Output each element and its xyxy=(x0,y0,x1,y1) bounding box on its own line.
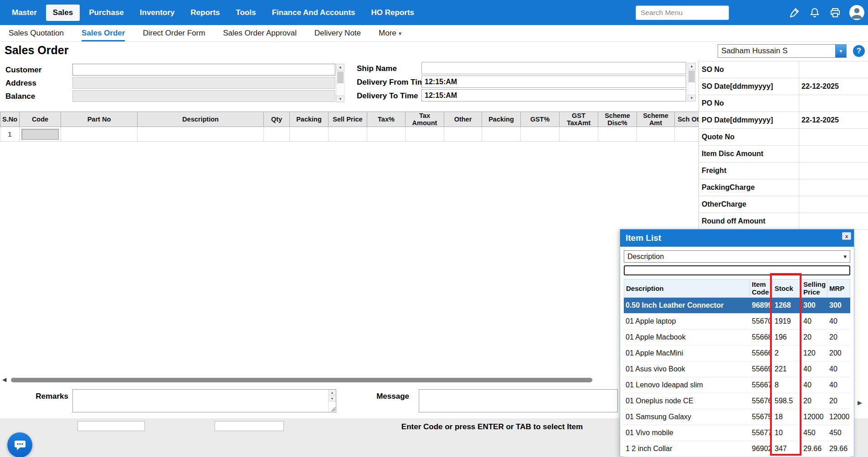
remarks-text[interactable] xyxy=(73,390,328,412)
nav-item-inventory[interactable]: Inventory xyxy=(133,5,182,21)
message-label: Message xyxy=(369,392,409,400)
field-value[interactable] xyxy=(799,61,868,78)
item-cell: 40 xyxy=(801,377,827,393)
field-value[interactable] xyxy=(799,146,868,162)
remarks-textarea[interactable]: ▲ ▼ xyxy=(72,389,336,412)
printer-icon[interactable] xyxy=(829,6,842,19)
nav-item-purchase[interactable]: Purchase xyxy=(82,5,131,21)
item-row-01-oneplus-node-ce[interactable]: 01 Oneplus node CE55676598.52020 xyxy=(624,393,850,409)
field-value[interactable]: 22-12-2025 xyxy=(799,112,868,128)
item-cell: 12000 xyxy=(801,409,827,425)
item-row-01-lenovo-ideapad-slim[interactable]: 01 Lenovo Ideapad slim5566784040 xyxy=(624,377,850,393)
balance-input[interactable] xyxy=(72,90,335,102)
grid-cell xyxy=(406,127,444,142)
nav-item-tools[interactable]: Tools xyxy=(229,5,263,21)
item-cell: 01 Samsung Galaxy xyxy=(624,409,750,425)
tab-sales-order[interactable]: Sales Order xyxy=(82,25,125,41)
item-cell: 40 xyxy=(827,361,850,377)
field-value[interactable] xyxy=(799,196,868,213)
tab-direct-order-form[interactable]: Direct Order Form xyxy=(143,25,205,41)
field-label: SO Date[ddmmyyyy] xyxy=(699,78,799,95)
combo-dropdown-button[interactable]: ▼ xyxy=(835,45,846,57)
item-cell: 18 xyxy=(773,409,801,425)
nav-item-finance-and-accounts[interactable]: Finance And Accounts xyxy=(265,5,362,21)
nav-item-master[interactable]: Master xyxy=(5,5,44,21)
ship-name-input[interactable] xyxy=(421,62,686,74)
notifications-bell-icon[interactable] xyxy=(808,6,821,19)
search-by-select[interactable]: Description ▾ xyxy=(624,250,850,263)
item-row-01-apple-macbook[interactable]: 01 Apple Macbook556681962020 xyxy=(624,330,850,345)
nav-item-sales[interactable]: Sales xyxy=(46,5,80,21)
resize-grip-icon[interactable] xyxy=(330,406,336,412)
grid-cell xyxy=(482,127,521,142)
nav-item-ho-reports[interactable]: HO Reports xyxy=(365,5,421,21)
scroll-down-icon[interactable]: ▼ xyxy=(329,396,336,401)
field-value[interactable] xyxy=(799,179,868,196)
help-icon[interactable]: ? xyxy=(853,45,865,57)
item-row-01-samsung-galaxy[interactable]: 01 Samsung Galaxy55675181200012000 xyxy=(624,409,850,425)
chevron-down-icon: ▾ xyxy=(843,253,847,260)
item-row-01-vivo-mobile[interactable]: 01 Vivo mobile5567710450450 xyxy=(624,425,850,441)
main-menu: MasterSalesPurchaseInventoryReportsTools… xyxy=(0,0,421,25)
tab-more[interactable]: More▾ xyxy=(379,25,401,41)
scroll-up-icon[interactable]: ▲ xyxy=(336,64,344,71)
remarks-label: Remarks xyxy=(27,392,68,400)
field-label: PackingCharge xyxy=(699,179,799,196)
item-row-1-2-inch-collar[interactable]: 1 2 inch Collar9690234729.6629.66 xyxy=(624,441,850,457)
total-weight-input[interactable] xyxy=(215,421,284,431)
field-value[interactable] xyxy=(799,95,868,112)
scroll-up-icon[interactable]: ▲ xyxy=(329,390,336,396)
remarks-scrollbar[interactable]: ▲ ▼ xyxy=(328,390,336,412)
pen-icon[interactable] xyxy=(788,6,801,19)
customer-input[interactable] xyxy=(72,64,335,76)
search-menu-input[interactable] xyxy=(636,5,729,20)
nav-item-reports[interactable]: Reports xyxy=(184,5,226,21)
field-value[interactable] xyxy=(799,213,868,229)
scroll-down-icon[interactable]: ▼ xyxy=(688,95,696,102)
scrollbar-thumb[interactable] xyxy=(688,71,695,82)
horizontal-scrollbar-thumb[interactable] xyxy=(11,378,592,382)
tab-sales-order-approval[interactable]: Sales Order Approval xyxy=(223,25,297,41)
item-row-0-50-inch-leather-connector[interactable]: 0.50 Inch Leather Connector9689912683003… xyxy=(624,298,850,314)
enter-code-hint: Enter Code or press ENTER or TAB to sele… xyxy=(401,422,583,432)
item-row-01-apple-laptop[interactable]: 01 Apple laptop5567019194040 xyxy=(624,314,850,330)
customer-panel-scrollbar[interactable]: ▲ ▼ xyxy=(336,64,344,102)
delivery-to-time-input[interactable] xyxy=(421,89,686,102)
scrollbar-thumb[interactable] xyxy=(337,71,344,83)
scroll-up-icon[interactable]: ▲ xyxy=(688,63,696,70)
message-input[interactable] xyxy=(419,389,618,412)
item-code-input[interactable] xyxy=(21,129,59,140)
item-row-01-apple-macmini[interactable]: 01 Apple MacMini556662120200 xyxy=(624,345,850,361)
delivery-to-time-label: Delivery To Time xyxy=(357,92,418,100)
field-value[interactable] xyxy=(799,162,868,179)
delivery-from-time-input[interactable] xyxy=(421,76,686,88)
item-column-stock: Stock xyxy=(773,279,801,298)
item-table-header: DescriptionItem CodeStockSelling PriceMR… xyxy=(624,279,850,298)
scroll-right-icon[interactable]: ▶ xyxy=(858,399,862,406)
ship-panel-scrollbar[interactable]: ▲ ▼ xyxy=(688,63,696,102)
grid-column-gst-taxamt: GST TaxAmt xyxy=(560,112,598,127)
tab-sales-quotation[interactable]: Sales Quotation xyxy=(9,25,64,41)
item-search-input[interactable] xyxy=(624,265,850,275)
item-list-popup-header[interactable]: Item List x xyxy=(620,229,854,247)
tab-delivery-note[interactable]: Delivery Note xyxy=(314,25,361,41)
field-value[interactable] xyxy=(799,129,868,145)
total-qty-input[interactable] xyxy=(77,421,145,431)
row-serial-number: 1 xyxy=(0,127,20,142)
field-value[interactable]: 22-12-2025 xyxy=(799,78,868,95)
scrollbar-track[interactable] xyxy=(336,71,344,96)
item-cell: 40 xyxy=(801,314,827,329)
address-input[interactable] xyxy=(72,77,335,89)
item-cell: 01 Apple MacMini xyxy=(624,345,750,361)
item-column-description: Description xyxy=(624,279,750,298)
close-icon[interactable]: x xyxy=(842,232,851,240)
scroll-left-icon[interactable]: ◀ xyxy=(2,376,6,383)
tab-label: Delivery Note xyxy=(314,29,361,38)
scrollbar-track[interactable] xyxy=(688,70,696,95)
scroll-down-icon[interactable]: ▼ xyxy=(336,96,344,102)
user-avatar[interactable] xyxy=(849,5,864,20)
salesman-select[interactable]: Sadham Hussain S ▼ xyxy=(718,44,847,58)
chat-widget-button[interactable] xyxy=(7,432,32,457)
item-row-01-asus-vivo-book[interactable]: 01 Asus vivo Book556692214040 xyxy=(624,361,850,377)
item-list-popup: Item List x Description ▾ DescriptionIte… xyxy=(620,229,854,457)
